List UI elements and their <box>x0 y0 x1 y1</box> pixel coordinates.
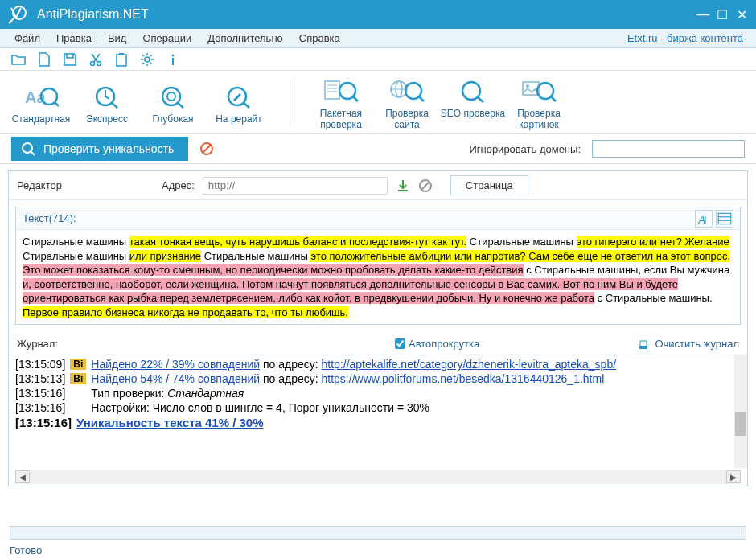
batch-check[interactable]: Пакетная проверка <box>308 73 374 131</box>
journal-url[interactable]: https://www.politforums.net/besedka/1316… <box>322 372 605 385</box>
progress-bar <box>10 526 746 540</box>
journal-row: [13:15:13] Bi Найдено 54% / 74% совпаден… <box>15 371 741 386</box>
image-check[interactable]: Проверка картинок <box>506 73 572 131</box>
svg-line-38 <box>203 145 211 153</box>
editor-label: Редактор <box>17 179 154 191</box>
svg-line-30 <box>478 97 483 102</box>
layout-icon[interactable] <box>716 210 733 228</box>
scroll-right-icon[interactable]: ► <box>726 470 741 483</box>
journal-row: [13:15:09] Bi Найдено 22% / 39% совпаден… <box>15 357 741 371</box>
journal-url[interactable]: http://aptekalife.net/category/dzhenerik… <box>322 358 617 371</box>
text-panel: Текст(714): AI Стиральные машины такая т… <box>15 207 741 325</box>
batch-check-label: Пакетная проверка <box>308 109 374 131</box>
journal-link[interactable]: Найдено 22% / 39% совпадений <box>91 358 260 371</box>
menu-help[interactable]: Справка <box>291 32 348 44</box>
site-icon <box>389 76 425 107</box>
download-icon[interactable] <box>396 178 410 193</box>
menu-operations[interactable]: Операции <box>134 32 199 44</box>
express-icon <box>92 82 122 113</box>
info-icon[interactable] <box>166 52 180 67</box>
autoscroll-checkbox[interactable]: Автопрокрутка <box>395 338 479 350</box>
svg-rect-3 <box>117 55 126 66</box>
ignore-domains-label: Игнорировать домены: <box>469 143 581 155</box>
svg-point-32 <box>526 84 529 88</box>
svg-line-15 <box>178 103 183 108</box>
etxt-link[interactable]: Etxt.ru - биржа контента <box>627 32 750 44</box>
mode-rewrite[interactable]: На рерайт <box>206 79 272 125</box>
menubar: Файл Правка Вид Операции Дополнительно С… <box>0 29 756 48</box>
svg-rect-4 <box>119 53 124 55</box>
svg-line-12 <box>112 103 117 108</box>
check-button-label: Проверить уникальность <box>43 142 174 155</box>
ignore-domains-input[interactable] <box>592 140 745 158</box>
toolbar <box>0 48 756 71</box>
svg-rect-31 <box>523 82 539 95</box>
address-input[interactable] <box>203 177 388 195</box>
page-tab[interactable]: Страница <box>450 175 528 195</box>
mode-express-label: Экспресс <box>86 114 128 125</box>
text-body[interactable]: Стиральные машины такая тонкая вещь, чут… <box>16 230 740 324</box>
cut-icon[interactable] <box>88 52 103 67</box>
editor-panel: Редактор Адрес: Страница Текст(714): AI … <box>8 170 748 486</box>
bing-badge: Bi <box>70 359 86 370</box>
maximize-button[interactable]: ☐ <box>714 6 730 23</box>
svg-line-10 <box>55 102 59 106</box>
image-icon <box>521 76 557 107</box>
journal-panel: Журнал: Автопрокрутка Очистить журнал [1… <box>9 333 747 484</box>
uniqueness-result[interactable]: Уникальность текста 41% / 30% <box>76 416 264 429</box>
scroll-left-icon[interactable]: ◄ <box>15 470 30 483</box>
menu-extra[interactable]: Дополнительно <box>199 32 291 44</box>
address-label: Адрес: <box>162 179 195 191</box>
mode-express[interactable]: Экспресс <box>74 79 140 125</box>
svg-rect-7 <box>172 58 174 65</box>
ribbon: Aa Стандартная Экспресс Глубокая На рера… <box>0 71 756 133</box>
seo-check[interactable]: SEO проверка <box>440 73 506 120</box>
journal-label: Журнал: <box>17 338 379 350</box>
vertical-scrollbar[interactable] <box>734 355 747 468</box>
stop-icon[interactable] <box>199 142 214 156</box>
autoscroll-input[interactable] <box>395 338 405 349</box>
menu-edit[interactable]: Правка <box>48 32 100 44</box>
mode-deep-label: Глубокая <box>152 114 193 125</box>
menu-view[interactable]: Вид <box>100 32 135 44</box>
ribbon-separator <box>290 78 290 126</box>
check-uniqueness-button[interactable]: Проверить уникальность <box>11 137 188 161</box>
minimize-button[interactable]: — <box>695 6 711 23</box>
cancel-icon[interactable] <box>418 178 433 193</box>
text-header-label: Текст(714): <box>23 212 692 224</box>
close-button[interactable]: ✕ <box>733 6 750 23</box>
menu-file[interactable]: Файл <box>6 32 48 44</box>
mode-rewrite-label: На рерайт <box>216 114 262 125</box>
rewrite-icon <box>224 82 254 113</box>
journal-body: [13:15:09] Bi Найдено 22% / 39% совпаден… <box>9 355 747 468</box>
new-file-icon[interactable] <box>37 52 51 67</box>
svg-rect-43 <box>718 213 731 224</box>
svg-point-14 <box>167 92 175 101</box>
journal-row: [13:15:16] Тип проверки: Стандартная <box>15 386 741 400</box>
site-check[interactable]: Проверка сайта <box>374 73 440 131</box>
save-icon[interactable] <box>63 52 77 67</box>
svg-point-13 <box>162 88 180 105</box>
image-check-label: Проверка картинок <box>506 109 572 131</box>
svg-line-17 <box>244 103 249 108</box>
settings-icon[interactable] <box>140 52 154 67</box>
journal-link[interactable]: Найдено 54% / 74% совпадений <box>91 372 260 385</box>
svg-line-28 <box>419 96 424 101</box>
app-title: AntiPlagiarism.NET <box>37 7 695 22</box>
font-style-icon[interactable]: AI <box>695 210 713 228</box>
mode-standard-label: Стандартная <box>12 114 71 125</box>
svg-point-2 <box>97 61 101 65</box>
horizontal-scrollbar[interactable]: ◄ ► <box>15 470 741 484</box>
app-logo-icon <box>6 3 29 26</box>
svg-line-40 <box>421 182 429 190</box>
open-folder-icon[interactable] <box>11 52 26 67</box>
journal-row-result: [13:15:16] Уникальность текста 41% / 30% <box>15 415 741 430</box>
status-text: Готово <box>0 543 756 558</box>
svg-line-34 <box>551 96 556 101</box>
mode-standard[interactable]: Aa Стандартная <box>8 79 74 125</box>
paste-icon[interactable] <box>114 52 129 67</box>
clear-journal-button[interactable]: Очистить журнал <box>637 338 739 351</box>
svg-point-1 <box>91 61 95 65</box>
address-row: Редактор Адрес: Страница <box>9 171 747 200</box>
mode-deep[interactable]: Глубокая <box>140 79 206 125</box>
